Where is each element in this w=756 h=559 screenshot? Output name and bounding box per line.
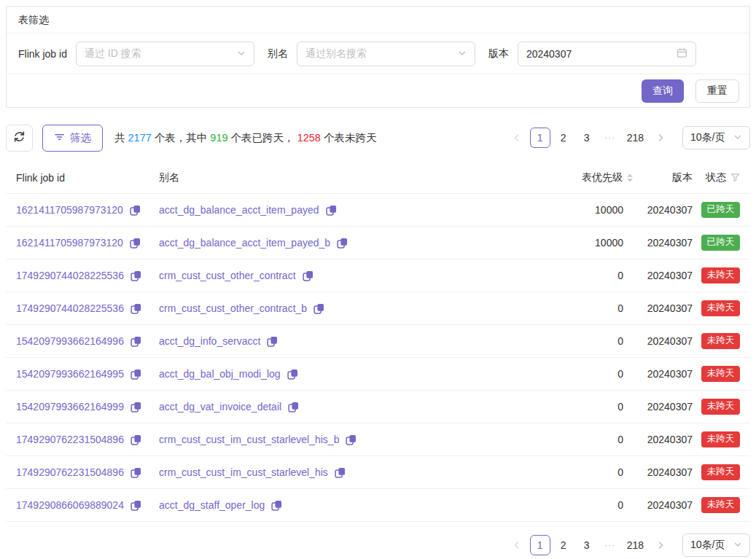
calendar-icon <box>677 47 687 60</box>
copy-icon[interactable] <box>130 434 141 445</box>
flink-job-id-link[interactable]: 1542097993662164995 <box>16 368 124 380</box>
copy-icon[interactable] <box>130 270 141 281</box>
pagination-page-1[interactable]: 1 <box>530 128 550 148</box>
bottom-bar: 123···21810条/页 <box>6 533 750 557</box>
summary-not-crossed-count: 1258 <box>297 132 321 144</box>
copy-icon[interactable] <box>335 467 346 478</box>
cell-priority: 0 <box>546 270 634 281</box>
alias-link[interactable]: acct_dg_bal_obj_modi_log <box>159 368 281 380</box>
flink-job-id-link[interactable]: 1621411705987973120 <box>16 204 123 216</box>
chevron-down-icon <box>733 539 742 551</box>
alias-link[interactable]: crm_cust_cust_im_cust_starlevel_his_b <box>159 434 339 445</box>
filter-button-label: 筛选 <box>70 131 91 145</box>
copy-icon[interactable] <box>288 402 299 413</box>
pagination-page-218[interactable]: 218 <box>623 128 647 148</box>
cell-version: 20240307 <box>634 204 693 216</box>
copy-icon[interactable] <box>346 434 356 445</box>
pagination-page-218[interactable]: 218 <box>623 535 647 555</box>
flink-job-id-link[interactable]: 1749290762231504896 <box>16 434 124 445</box>
cell-alias: acct_dg_balance_acct_item_payed <box>159 204 546 216</box>
sort-icon[interactable] <box>626 173 634 183</box>
copy-icon[interactable] <box>130 336 141 347</box>
copy-icon[interactable] <box>130 500 141 511</box>
cell-alias: crm_cust_cust_im_cust_starlevel_his <box>159 466 546 478</box>
alias-select[interactable]: 通过别名搜索 <box>297 42 475 66</box>
cell-status: 未跨天 <box>693 366 740 382</box>
refresh-button[interactable] <box>6 125 33 152</box>
column-header-priority[interactable]: 表优先级 <box>546 171 634 184</box>
copy-icon[interactable] <box>130 205 141 216</box>
pagination-page-3[interactable]: 3 <box>577 535 597 555</box>
pagination-next[interactable] <box>650 535 671 555</box>
copy-icon[interactable] <box>271 500 282 511</box>
alias-link[interactable]: crm_cust_cust_other_contract_b <box>159 302 307 314</box>
copy-icon[interactable] <box>326 205 337 216</box>
flink-job-id-link[interactable]: 1542097993662164999 <box>16 401 124 413</box>
alias-link[interactable]: acct_dg_balance_acct_item_payed_b <box>159 237 330 249</box>
table-row: 1749290744028225536crm_cust_cust_other_c… <box>6 292 750 325</box>
cell-alias: acct_dg_vat_invoice_detail <box>159 401 546 413</box>
column-header-status: 状态 <box>693 171 740 184</box>
cell-version: 20240307 <box>634 302 693 314</box>
query-button[interactable]: 查询 <box>642 79 684 103</box>
copy-icon[interactable] <box>130 402 141 413</box>
cell-flink-job-id: 1542097993662164995 <box>16 368 159 380</box>
alias-link[interactable]: acct_dg_staff_oper_log <box>159 499 265 511</box>
flink-job-id-link[interactable]: 1749290762231504896 <box>16 466 124 478</box>
flink-job-id-link[interactable]: 1749290744028225536 <box>16 270 124 281</box>
alias-link[interactable]: crm_cust_cust_other_contract <box>159 270 296 281</box>
filter-form-row: Flink job id 通过 ID 搜索 别名 通过别名搜索 <box>7 34 749 74</box>
pagination-page-3[interactable]: 3 <box>577 128 597 148</box>
alias-link[interactable]: acct_dg_balance_acct_item_payed <box>159 204 319 216</box>
copy-icon[interactable] <box>287 369 298 380</box>
pagination-ellipsis[interactable]: ··· <box>600 535 620 555</box>
table-row: 1749290762231504896crm_cust_cust_im_cust… <box>6 423 750 456</box>
refresh-icon <box>13 130 26 145</box>
pagination-next[interactable] <box>650 128 671 148</box>
alias-link[interactable]: acct_dg_info_servacct <box>159 335 260 347</box>
flink-job-id-link[interactable]: 1749290744028225536 <box>16 302 124 314</box>
pagination-bottom: 123···21810条/页 <box>505 533 750 557</box>
flink-job-id-select[interactable]: 通过 ID 搜索 <box>76 42 254 66</box>
cell-status: 已跨天 <box>693 235 740 251</box>
reset-button[interactable]: 重置 <box>695 79 739 103</box>
pagination-ellipsis[interactable]: ··· <box>600 128 620 148</box>
pagination-page-1[interactable]: 1 <box>530 535 550 555</box>
cell-status: 已跨天 <box>693 202 740 218</box>
summary-seg3: 个表未跨天 <box>321 132 377 144</box>
table-row: 1542097993662164996acct_dg_info_servacct… <box>6 325 750 358</box>
pagination-page-2[interactable]: 2 <box>553 128 574 148</box>
cell-alias: crm_cust_cust_other_contract_b <box>159 302 546 314</box>
flink-job-id-link[interactable]: 1542097993662164996 <box>16 335 124 347</box>
cell-priority: 0 <box>546 401 634 413</box>
alias-link[interactable]: acct_dg_vat_invoice_detail <box>159 401 281 413</box>
status-badge: 未跨天 <box>701 431 741 447</box>
page-size-select[interactable]: 10条/页 <box>682 533 750 557</box>
copy-icon[interactable] <box>303 270 313 281</box>
copy-icon[interactable] <box>130 467 141 478</box>
copy-icon[interactable] <box>130 369 141 380</box>
page-size-select[interactable]: 10条/页 <box>682 126 750 149</box>
cell-flink-job-id: 1749290762231504896 <box>16 434 159 445</box>
filter-funnel-icon[interactable] <box>730 173 740 182</box>
flink-job-id-link[interactable]: 1621411705987973120 <box>16 237 123 249</box>
cell-alias: acct_dg_staff_oper_log <box>159 499 546 511</box>
version-label: 版本 <box>488 47 509 60</box>
pagination-page-2[interactable]: 2 <box>553 535 574 555</box>
copy-icon[interactable] <box>337 238 348 249</box>
filter-button[interactable]: 筛选 <box>42 125 103 152</box>
copy-icon[interactable] <box>130 303 141 314</box>
status-badge: 未跨天 <box>701 333 741 349</box>
alias-link[interactable]: crm_cust_cust_im_cust_starlevel_his <box>159 466 328 478</box>
flink-job-id-link[interactable]: 1749290866069889024 <box>16 499 124 511</box>
table-row: 1749290866069889024acct_dg_staff_oper_lo… <box>6 489 750 522</box>
version-date-input[interactable]: 20240307 <box>518 42 696 66</box>
filter-panel-title: 表筛选 <box>7 7 749 34</box>
cell-version: 20240307 <box>634 434 693 445</box>
table: Flink job id 别名 表优先级 版本 状态 1621411705987… <box>6 162 750 522</box>
copy-icon[interactable] <box>267 336 278 347</box>
status-badge: 未跨天 <box>701 464 741 480</box>
copy-icon[interactable] <box>130 238 141 249</box>
copy-icon[interactable] <box>313 303 324 314</box>
cell-flink-job-id: 1749290744028225536 <box>16 270 159 281</box>
